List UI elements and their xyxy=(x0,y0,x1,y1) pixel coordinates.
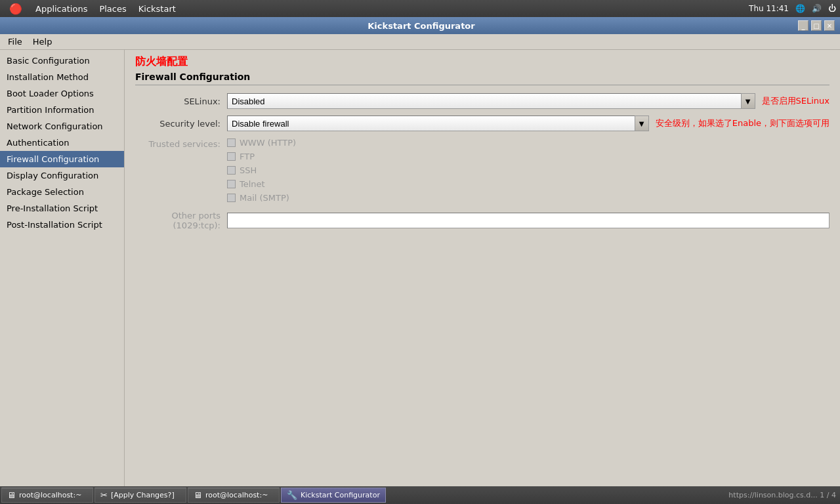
other-ports-label: Other ports (1029:tcp): xyxy=(135,211,227,230)
terminal2-label: root@localhost:~ xyxy=(205,491,268,499)
service-item-telnet: Telnet xyxy=(227,179,830,189)
security-select[interactable]: Disable firewall Enable firewall xyxy=(227,116,649,131)
sidebar-item-bootloader[interactable]: Boot Loader Options xyxy=(0,85,124,102)
os-logo-icon: 🔴 xyxy=(9,3,22,15)
maximize-button[interactable]: □ xyxy=(811,20,822,31)
menubar: File Help xyxy=(0,34,840,50)
selinux-select[interactable]: Disabled Enforcing Permissive xyxy=(227,93,755,109)
sidebar: Basic Configuration Installation Method … xyxy=(0,50,125,486)
network-icon: 🌐 xyxy=(795,4,805,13)
selinux-label: SELinux: xyxy=(135,96,227,106)
terminal2-icon: 🖥 xyxy=(194,490,202,500)
service-item-www: WWW (HTTP) xyxy=(227,138,830,148)
applications-label: Applications xyxy=(35,4,87,14)
sidebar-item-partition[interactable]: Partition Information xyxy=(0,102,124,118)
taskbar-places[interactable]: Places xyxy=(94,3,131,15)
sidebar-item-packages[interactable]: Package Selection xyxy=(0,184,124,200)
www-checkbox[interactable] xyxy=(227,138,236,147)
sidebar-item-post[interactable]: Post-Installation Script xyxy=(0,217,124,233)
bottom-right-info: https://linson.blog.cs.d... 1 / 4 xyxy=(728,491,839,499)
other-ports-row: Other ports (1029:tcp): xyxy=(135,211,830,230)
telnet-checkbox[interactable] xyxy=(227,180,236,188)
security-row: Security level: Disable firewall Enable … xyxy=(135,116,830,131)
file-menu[interactable]: File xyxy=(3,35,28,48)
terminal1-icon: 🖥 xyxy=(7,490,16,500)
www-label: WWW (HTTP) xyxy=(240,138,296,148)
form-section: SELinux: Disabled Enforcing Permissive ▼… xyxy=(135,93,830,230)
selinux-annotation: 是否启用SELinux xyxy=(762,95,830,107)
security-select-wrap: Disable firewall Enable firewall ▼ xyxy=(227,116,649,131)
taskbar-logo-item[interactable]: 🔴 xyxy=(4,1,29,16)
page-indicator: 1 / 4 xyxy=(820,491,836,499)
sidebar-item-network[interactable]: Network Configuration xyxy=(0,118,124,135)
main-window: Kickstart Configurator _ □ ✕ File Help B… xyxy=(0,17,840,486)
kickstart-task-label: Kickstart Configurator xyxy=(301,491,380,499)
ssh-checkbox[interactable] xyxy=(227,166,236,175)
service-item-smtp: Mail (SMTP) xyxy=(227,193,830,203)
kickstart-task-icon: 🔧 xyxy=(287,490,297,500)
top-taskbar: 🔴 Applications Places Kickstart Thu 11:4… xyxy=(0,0,840,17)
window-title: Kickstart Configurator xyxy=(45,21,798,31)
content-area: 防火墙配置 Firewall Configuration SELinux: Di… xyxy=(125,50,840,486)
sidebar-item-basic[interactable]: Basic Configuration xyxy=(0,52,124,69)
telnet-label: Telnet xyxy=(240,179,265,189)
security-label: Security level: xyxy=(135,119,227,129)
terminal1-label: root@localhost:~ xyxy=(19,491,81,499)
ftp-label: FTP xyxy=(240,152,255,161)
security-annotation: 安全级别，如果选了Enable，则下面选项可用 xyxy=(656,117,830,129)
other-ports-input[interactable] xyxy=(227,213,830,228)
selinux-select-wrap: Disabled Enforcing Permissive ▼ xyxy=(227,93,755,109)
smtp-checkbox[interactable] xyxy=(227,194,236,202)
power-icon[interactable]: ⏻ xyxy=(828,4,836,13)
service-item-ssh: SSH xyxy=(227,165,830,175)
window-titlebar: Kickstart Configurator _ □ ✕ xyxy=(0,17,840,34)
service-item-ftp: FTP xyxy=(227,152,830,161)
help-menu[interactable]: Help xyxy=(28,35,58,48)
apply-icon: ✂ xyxy=(100,490,108,500)
bottom-taskbar: 🖥 root@localhost:~ ✂ [Apply Changes?] 🖥 … xyxy=(0,486,840,504)
main-content: Basic Configuration Installation Method … xyxy=(0,50,840,486)
taskbar-right: Thu 11:41 🌐 🔊 ⏻ xyxy=(749,4,836,13)
clock: Thu 11:41 xyxy=(749,4,789,13)
services-list: WWW (HTTP) FTP SSH Telnet xyxy=(227,138,830,203)
trusted-services-label: Trusted services: xyxy=(135,138,227,203)
taskbar-kickstart[interactable]: Kickstart xyxy=(133,3,181,15)
sidebar-item-display[interactable]: Display Configuration xyxy=(0,167,124,184)
ssh-label: SSH xyxy=(240,165,257,175)
page-title-en: Firewall Configuration xyxy=(135,72,830,85)
sidebar-item-pre[interactable]: Pre-Installation Script xyxy=(0,200,124,217)
bottom-task-apply[interactable]: ✂ [Apply Changes?] xyxy=(94,488,186,503)
close-button[interactable]: ✕ xyxy=(824,20,835,31)
selinux-row: SELinux: Disabled Enforcing Permissive ▼… xyxy=(135,93,830,109)
sidebar-item-installation[interactable]: Installation Method xyxy=(0,69,124,85)
page-title-cn: 防火墙配置 xyxy=(135,55,830,69)
minimize-button[interactable]: _ xyxy=(798,20,808,31)
kickstart-label: Kickstart xyxy=(138,4,176,14)
taskbar-left: 🔴 Applications Places Kickstart xyxy=(4,1,181,16)
apply-label: [Apply Changes?] xyxy=(111,491,175,499)
places-label: Places xyxy=(99,4,126,14)
window-controls: _ □ ✕ xyxy=(798,20,835,31)
bottom-task-terminal1[interactable]: 🖥 root@localhost:~ xyxy=(1,488,93,503)
sidebar-item-auth[interactable]: Authentication xyxy=(0,135,124,151)
sidebar-item-firewall[interactable]: Firewall Configuration xyxy=(0,151,124,167)
trusted-services-section: Trusted services: WWW (HTTP) FTP SSH xyxy=(135,138,830,203)
volume-icon: 🔊 xyxy=(812,4,822,13)
url-label: https://linson.blog.cs.d... xyxy=(728,491,817,499)
bottom-task-terminal2[interactable]: 🖥 root@localhost:~ xyxy=(188,488,280,503)
taskbar-applications[interactable]: Applications xyxy=(30,3,93,15)
smtp-label: Mail (SMTP) xyxy=(240,193,289,203)
bottom-task-kickstart[interactable]: 🔧 Kickstart Configurator xyxy=(281,488,386,503)
ftp-checkbox[interactable] xyxy=(227,152,236,161)
